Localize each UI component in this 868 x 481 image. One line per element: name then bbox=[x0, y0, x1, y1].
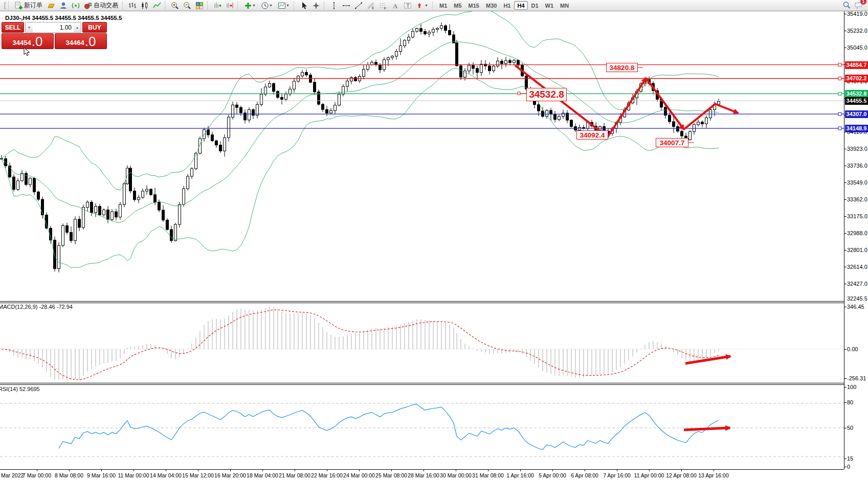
x-axis-tick bbox=[198, 470, 198, 471]
y-axis-label: 33362.0 bbox=[847, 196, 867, 202]
main-toolbar: 新订单 自动交易 ▾ ▾ ▾ E F A T ▾ bbox=[0, 0, 868, 11]
x-axis-tick bbox=[262, 470, 263, 471]
new-order-button[interactable]: 新订单 bbox=[12, 1, 44, 10]
volume-increase-button[interactable]: ▴ bbox=[74, 22, 81, 32]
price-annotation[interactable]: 34007.7 bbox=[656, 138, 688, 147]
cursor-tool-button[interactable] bbox=[298, 1, 309, 10]
autotrading-icon bbox=[84, 2, 92, 10]
tab-timeframe-mn[interactable]: MN bbox=[557, 1, 572, 10]
zoom-in-button[interactable] bbox=[169, 1, 181, 10]
tab-timeframe-w1[interactable]: W1 bbox=[542, 1, 557, 10]
y-axis-label: 35419.0 bbox=[847, 11, 867, 17]
chart-shift-icon bbox=[226, 2, 234, 10]
level-line-handle[interactable] bbox=[838, 112, 841, 116]
x-axis-label: Mar 2022 bbox=[1, 472, 24, 478]
auto-scroll-button[interactable] bbox=[211, 1, 223, 10]
crosshair-tool-button[interactable] bbox=[310, 1, 322, 10]
signals-button[interactable] bbox=[70, 1, 81, 10]
x-axis-tick bbox=[230, 470, 231, 471]
toolbar-separator bbox=[8, 2, 10, 10]
price-level-label: 34307.0 bbox=[845, 110, 868, 118]
tab-timeframe-d1[interactable]: D1 bbox=[528, 1, 542, 10]
vertical-line-tool[interactable] bbox=[328, 1, 340, 10]
text-label-tool[interactable]: T bbox=[402, 1, 413, 10]
panel-divider[interactable] bbox=[0, 301, 844, 302]
arrows-tool[interactable]: ▾ bbox=[414, 1, 430, 10]
price-chart-canvas[interactable] bbox=[0, 11, 844, 301]
x-axis-label: 14 Mar 04:00 bbox=[150, 472, 182, 478]
tab-timeframe-h1[interactable]: H1 bbox=[500, 1, 514, 10]
volume-input[interactable]: 1.00 bbox=[33, 22, 74, 32]
period-selector-button[interactable]: ▾ bbox=[258, 1, 275, 10]
quotes-button[interactable] bbox=[45, 1, 57, 10]
y-axis-min-label: 32245.5 bbox=[847, 295, 867, 302]
new-order-icon bbox=[14, 2, 23, 10]
candle-chart-button[interactable] bbox=[139, 1, 150, 10]
zoom-out-button[interactable] bbox=[181, 1, 193, 10]
sell-button[interactable]: SELL bbox=[2, 22, 24, 33]
trendline-tool[interactable] bbox=[352, 1, 364, 10]
x-axis-label: 12 Apr 08:00 bbox=[666, 472, 697, 478]
x-axis-label: 13 Apr 16:00 bbox=[698, 472, 729, 478]
sell-price-display[interactable]: 34454 .0 bbox=[2, 33, 54, 49]
macd-axis-tick bbox=[844, 307, 847, 307]
y-axis-tick bbox=[844, 182, 847, 183]
chart-area[interactable]: · DJ30-,H4 34455.5 34455.5 34455.5 34455… bbox=[0, 11, 844, 469]
buy-button[interactable]: BUY bbox=[82, 22, 107, 33]
autotrading-label: 自动交易 bbox=[94, 1, 118, 10]
tile-windows-button[interactable] bbox=[193, 1, 205, 10]
level-line-handle[interactable] bbox=[838, 77, 841, 80]
x-axis-tick bbox=[617, 470, 617, 471]
template-button[interactable]: ▾ bbox=[275, 1, 292, 10]
accounts-button[interactable] bbox=[57, 1, 69, 10]
macd-panel-canvas[interactable] bbox=[0, 303, 844, 383]
autotrading-button[interactable]: 自动交易 bbox=[82, 1, 120, 10]
zoom-out-icon bbox=[183, 2, 191, 10]
macd-axis-tick bbox=[844, 378, 847, 379]
x-axis-tick bbox=[37, 470, 37, 471]
fibonacci-tool[interactable]: F bbox=[377, 1, 389, 10]
time-axis[interactable]: Mar 20227 Mar 00:008 Mar 08:009 Mar 16:0… bbox=[0, 469, 868, 481]
macd-label: MACD(12,26,9) bbox=[0, 304, 37, 310]
price-axis[interactable]: 35419.035232.035045.034858.034671.034484… bbox=[844, 11, 868, 470]
horizontal-line-tool[interactable] bbox=[340, 1, 352, 10]
rsi-label: RSI(14) bbox=[0, 386, 18, 392]
macd-axis-label: 0.00 bbox=[847, 346, 858, 352]
price-annotation[interactable]: 34092.4 bbox=[576, 130, 608, 140]
tab-timeframe-m1[interactable]: M1 bbox=[436, 1, 450, 10]
buy-price-display[interactable]: 34464 .0 bbox=[55, 33, 107, 49]
x-axis-label: 16 Mar 20:00 bbox=[214, 472, 246, 478]
toolbar-separator bbox=[237, 2, 239, 10]
level-line-handle[interactable] bbox=[838, 92, 841, 95]
buy-price-main: 34464 bbox=[66, 39, 84, 48]
search-button[interactable] bbox=[841, 1, 853, 10]
rsi-axis-tick bbox=[844, 467, 847, 467]
candlesticks bbox=[1, 22, 720, 272]
x-axis-tick bbox=[714, 470, 714, 471]
level-line-handle[interactable] bbox=[838, 63, 841, 66]
line-chart-button[interactable] bbox=[151, 1, 163, 10]
time-axis-line bbox=[0, 469, 844, 470]
panel-divider[interactable] bbox=[0, 383, 844, 383]
tab-timeframe-m15[interactable]: M15 bbox=[465, 1, 482, 10]
price-annotation[interactable]: 34532.8 bbox=[526, 88, 567, 101]
chart-shift-button[interactable] bbox=[224, 1, 235, 10]
x-axis-tick bbox=[359, 470, 360, 471]
text-tool[interactable]: A bbox=[389, 1, 401, 10]
volume-decrease-button[interactable]: ▾ bbox=[26, 22, 33, 32]
tab-timeframe-m30[interactable]: M30 bbox=[483, 1, 500, 10]
equidistant-channel-tool[interactable]: E bbox=[365, 1, 376, 10]
clipped-icon[interactable] bbox=[2, 1, 6, 10]
level-line-handle[interactable] bbox=[838, 127, 841, 130]
notifications-button[interactable]: 1 bbox=[853, 1, 864, 10]
rsi-panel-canvas[interactable] bbox=[0, 385, 844, 469]
x-axis-label: 11 Apr 00:00 bbox=[634, 472, 664, 478]
bar-chart-button[interactable] bbox=[126, 1, 138, 10]
toolbar-separator bbox=[165, 2, 167, 10]
tab-timeframe-m5[interactable]: M5 bbox=[451, 1, 464, 10]
tab-timeframe-h4[interactable]: H4 bbox=[514, 1, 527, 10]
svg-text:E: E bbox=[372, 6, 374, 10]
price-annotation[interactable]: 34820.8 bbox=[606, 63, 638, 72]
add-indicator-button[interactable]: ▾ bbox=[241, 1, 258, 10]
macd-values: -28.46 -72.94 bbox=[39, 304, 72, 310]
